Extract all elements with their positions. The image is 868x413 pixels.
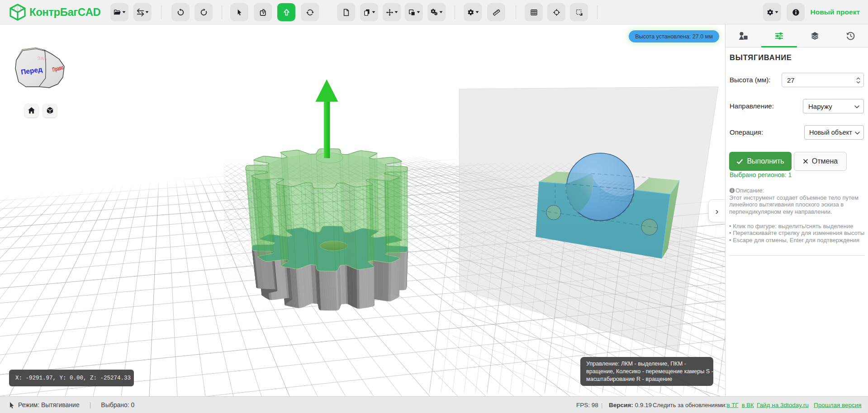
svg-text:Зад: Зад <box>37 55 47 61</box>
